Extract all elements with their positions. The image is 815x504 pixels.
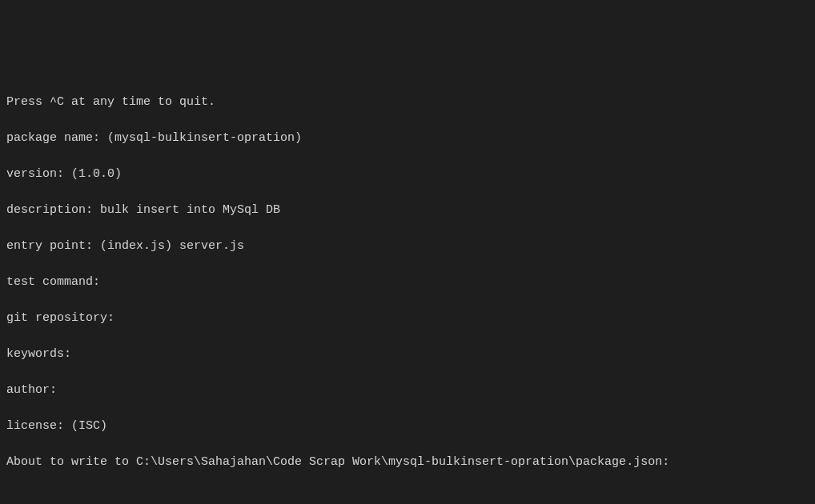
terminal-line: license: (ISC) <box>6 418 809 436</box>
terminal-line: Press ^C at any time to quit. <box>6 94 809 112</box>
terminal-line: entry point: (index.js) server.js <box>6 238 809 256</box>
terminal-line: version: (1.0.0) <box>6 166 809 184</box>
terminal-line: test command: <box>6 274 809 292</box>
terminal-line: author: <box>6 382 809 400</box>
terminal-line: package name: (mysql-bulkinsert-opration… <box>6 130 809 148</box>
terminal-line: description: bulk insert into MySql DB <box>6 202 809 220</box>
terminal-output[interactable]: Press ^C at any time to quit. package na… <box>6 75 809 504</box>
terminal-line: keywords: <box>6 346 809 364</box>
terminal-line: About to write to C:\Users\Sahajahan\Cod… <box>6 454 809 472</box>
terminal-line: git repository: <box>6 310 809 328</box>
